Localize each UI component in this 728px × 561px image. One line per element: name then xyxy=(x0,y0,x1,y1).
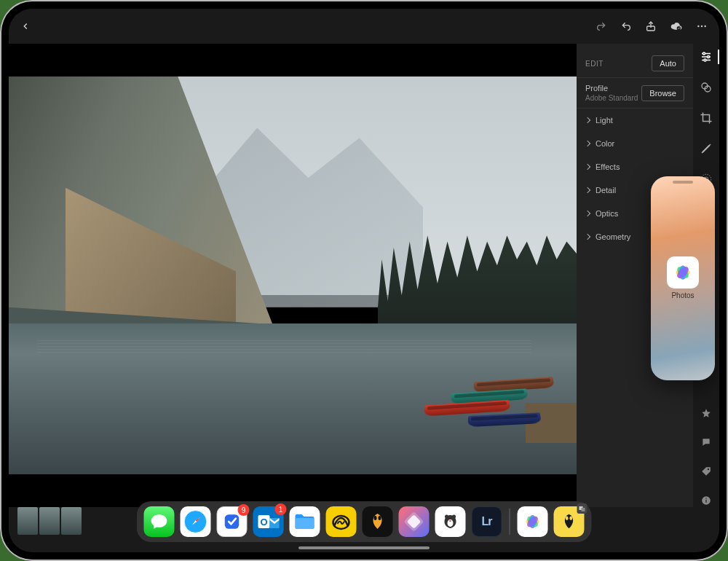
dock-app-bear[interactable] xyxy=(435,506,466,537)
healing-tool-icon[interactable] xyxy=(699,141,713,156)
svg-point-29 xyxy=(445,515,448,519)
ipad-dock: 9 O 1 Lr xyxy=(137,501,592,542)
undo-icon[interactable] xyxy=(620,20,632,32)
svg-point-6 xyxy=(708,56,710,58)
screen: EDIT Auto Profile Adobe Standard Browse … xyxy=(9,9,719,552)
comments-icon[interactable] xyxy=(700,436,713,449)
dock-app-things[interactable]: 9 xyxy=(217,506,248,537)
dock-recent-ulysses[interactable] xyxy=(554,506,585,537)
chevron-right-icon xyxy=(585,164,590,170)
svg-point-4 xyxy=(704,26,705,27)
svg-point-25 xyxy=(374,516,377,520)
badge: 1 xyxy=(275,503,287,515)
thumbnail[interactable] xyxy=(39,507,60,535)
more-icon[interactable] xyxy=(696,20,708,32)
dock-app-basecamp[interactable] xyxy=(326,506,357,537)
dock-app-shortcuts[interactable] xyxy=(399,506,430,537)
svg-point-5 xyxy=(703,52,705,55)
browse-profiles-button[interactable]: Browse xyxy=(641,85,684,101)
keywords-icon[interactable] xyxy=(700,465,713,478)
share-icon[interactable] xyxy=(645,20,657,32)
crop-tool-icon[interactable] xyxy=(699,111,713,125)
chevron-right-icon xyxy=(585,187,590,193)
slide-over-app-icon[interactable] xyxy=(667,256,699,289)
chevron-right-icon xyxy=(585,117,590,123)
svg-point-2 xyxy=(697,26,699,27)
svg-rect-42 xyxy=(582,508,585,511)
redo-icon[interactable] xyxy=(596,20,607,32)
dock-app-ulysses[interactable] xyxy=(363,506,393,537)
svg-point-39 xyxy=(566,517,569,521)
svg-point-13 xyxy=(708,468,709,470)
dock-app-messages[interactable] xyxy=(144,506,175,537)
app-topbar xyxy=(9,9,719,44)
cloud-sync-icon[interactable] xyxy=(670,20,683,32)
profile-value: Adobe Standard xyxy=(585,94,638,102)
presets-tool-icon[interactable] xyxy=(699,80,713,95)
slide-over-app-label: Photos xyxy=(671,291,694,299)
svg-point-30 xyxy=(452,515,456,519)
chevron-right-icon xyxy=(585,141,590,146)
dock-app-safari[interactable] xyxy=(181,506,211,537)
dock-app-lightroom[interactable]: Lr xyxy=(472,506,502,537)
svg-point-26 xyxy=(379,516,381,520)
svg-point-40 xyxy=(569,517,572,521)
slide-over-handle-icon[interactable] xyxy=(673,181,693,184)
svg-point-7 xyxy=(704,59,706,61)
dock-divider xyxy=(510,509,510,535)
filmstrip[interactable] xyxy=(17,507,82,535)
rating-icon[interactable] xyxy=(700,407,713,420)
home-indicator[interactable] xyxy=(298,546,430,549)
profile-label: Profile xyxy=(585,84,638,93)
dock-app-files[interactable] xyxy=(290,506,320,537)
dock-recent-photos[interactable] xyxy=(518,506,548,537)
panel-effects[interactable]: Effects xyxy=(577,155,693,178)
canoe xyxy=(467,412,541,427)
svg-point-3 xyxy=(701,26,703,27)
svg-point-32 xyxy=(449,520,451,522)
chevron-right-icon xyxy=(585,234,590,240)
thumbnail[interactable] xyxy=(17,507,38,535)
adjust-tool-icon[interactable] xyxy=(699,50,713,64)
panel-color[interactable]: Color xyxy=(577,132,693,155)
edited-photo xyxy=(9,76,577,475)
panel-light[interactable]: Light xyxy=(577,109,693,132)
svg-rect-23 xyxy=(296,518,314,529)
dock-app-outlook[interactable]: O 1 xyxy=(253,506,284,537)
auto-button[interactable]: Auto xyxy=(652,55,684,71)
back-button[interactable] xyxy=(20,21,31,31)
thumbnail[interactable] xyxy=(61,507,82,535)
edit-section-label: EDIT xyxy=(585,60,604,68)
chevron-right-icon xyxy=(585,211,590,216)
svg-text:O: O xyxy=(260,517,267,527)
slide-over-panel[interactable]: Photos xyxy=(651,176,715,380)
photo-canvas[interactable] xyxy=(9,44,577,507)
badge: 9 xyxy=(238,504,250,516)
multiwindow-indicator-icon xyxy=(577,503,587,514)
ipad-frame: EDIT Auto Profile Adobe Standard Browse … xyxy=(0,0,728,561)
